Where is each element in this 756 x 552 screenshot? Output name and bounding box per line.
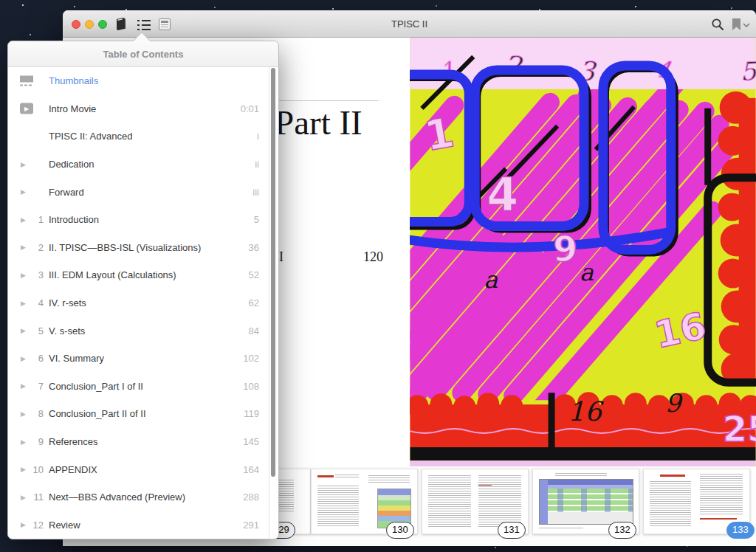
disclosure-triangle-icon[interactable]: ▶ — [21, 466, 26, 473]
toc-row[interactable]: Thumbnails — [8, 67, 278, 95]
page-badge[interactable]: 130 — [386, 522, 414, 539]
disclosure-triangle-icon[interactable]: ▶ — [21, 382, 26, 390]
toc-item-label: II. TPISC—BBS-ISL (Visualizations) — [49, 242, 201, 253]
toc-row[interactable]: ▶ 7 Conclusion_Part I of II 108 — [8, 373, 278, 401]
toc-item-label: Conclusion_Part I of II — [49, 381, 143, 392]
toc-row[interactable]: ▶ 2 II. TPISC—BBS-ISL (Visualizations) 3… — [8, 234, 278, 262]
toc-chapter-number: 7 — [29, 381, 44, 392]
toc-chapter-number: 11 — [29, 491, 44, 503]
disclosure-triangle-icon[interactable]: ▶ — [21, 272, 26, 279]
disclosure-triangle-icon[interactable]: ▶ — [21, 244, 26, 251]
play-movie-icon — [20, 103, 33, 114]
page-badge[interactable]: 131 — [498, 522, 526, 539]
book-page-right[interactable]: 1 2 3 4 5 — [410, 38, 756, 466]
toc-row[interactable]: ▶ 6 VI. Summary 102 — [8, 345, 278, 373]
disclosure-triangle-icon[interactable]: ▶ — [21, 327, 26, 334]
toc-row[interactable]: ▶ 12 Review 291 — [8, 511, 278, 539]
chevron-down-icon[interactable] — [742, 19, 751, 28]
toc-row[interactable]: ▶ Dedication ii — [8, 151, 278, 179]
toc-item-page: 291 — [243, 520, 259, 531]
toc-item-page: 36 — [249, 242, 259, 253]
toc-chapter-number: 3 — [29, 269, 44, 280]
toc-item-page: 145 — [243, 436, 259, 447]
art-label-16: 16 — [568, 396, 604, 427]
toc-row[interactable]: ▶ 10 APPENDIX 164 — [8, 455, 278, 483]
toc-item-label: V. s-sets — [49, 325, 85, 337]
disclosure-triangle-icon[interactable]: ▶ — [21, 494, 26, 501]
toc-chapter-number: 6 — [29, 353, 44, 364]
toc-row[interactable]: Intro Movie 0:01 — [8, 95, 278, 123]
toc-item-label: APPENDIX — [49, 464, 97, 475]
art-square-number-9: 9 — [553, 229, 577, 269]
toc-item-page: 62 — [249, 297, 259, 308]
toolbar: TPISC II — [63, 10, 756, 38]
toc-row[interactable]: ▶ 9 References 145 — [8, 428, 278, 456]
toc-row[interactable]: ▶ Forward iii — [8, 178, 278, 206]
art-square-number-4: 4 — [487, 168, 518, 221]
art-square-number-25: 25 — [723, 409, 756, 449]
toc-row[interactable]: ▶ 4 IV. r-sets 62 — [8, 289, 278, 317]
disclosure-triangle-icon[interactable]: ▶ — [21, 521, 26, 528]
search-icon[interactable] — [709, 16, 726, 32]
table-of-contents-popover: Table of Contents Thumbnails Intro Movie… — [7, 41, 279, 539]
toc-item-label: Forward — [49, 187, 84, 198]
page-footer: II 120 — [275, 249, 382, 265]
toc-item-label: III. EDM Layout (Calculations) — [49, 269, 176, 280]
page-badge[interactable]: 132 — [608, 522, 636, 539]
toc-item-page: 84 — [249, 325, 259, 337]
toc-item-label: IV. r-sets — [49, 297, 86, 308]
scrollbar-thumb[interactable] — [271, 68, 275, 477]
page-heading: Part II — [275, 103, 362, 142]
toc-item-label: TPISC II: Advanced — [49, 131, 132, 142]
thumbnail-big-table — [539, 479, 633, 525]
toc-row[interactable]: ▶ 1 Introduction 5 — [8, 206, 278, 234]
toc-chapter-number: 10 — [29, 464, 44, 475]
toc-list: Thumbnails Intro Movie 0:01 TPISC II: Ad… — [8, 67, 278, 538]
toc-chapter-number: 5 — [29, 325, 44, 337]
toc-item-page: 288 — [243, 491, 259, 503]
window-title: TPISC II — [63, 10, 756, 38]
disclosure-triangle-icon[interactable]: ▶ — [21, 161, 26, 168]
toc-chapter-number: 9 — [29, 436, 44, 447]
art-label-a2: a — [580, 258, 594, 286]
toc-item-page: 5 — [254, 214, 259, 225]
disclosure-triangle-icon[interactable]: ▶ — [21, 216, 26, 224]
toc-item-page: i — [257, 131, 259, 142]
toc-item-label: Review — [49, 520, 80, 531]
art-top-number-5: 5 — [739, 56, 756, 87]
toc-chapter-number: 1 — [29, 214, 44, 225]
toc-item-page: iii — [252, 187, 259, 198]
art-label-a1: a — [484, 266, 498, 294]
toc-chapter-number: 2 — [29, 242, 44, 253]
toc-chapter-number: 4 — [29, 297, 44, 308]
book-page-illustration: 1 2 3 4 5 — [410, 38, 756, 466]
toc-row[interactable]: ▶ 8 Conclusion_Part II of II 119 — [8, 400, 278, 428]
toc-row[interactable]: TPISC II: Advanced i — [8, 123, 278, 151]
toc-item-page: 0:01 — [241, 103, 259, 114]
popover-title: Table of Contents — [8, 41, 278, 67]
toc-chapter-number: 8 — [29, 408, 44, 419]
toc-item-page: 102 — [243, 353, 259, 364]
toc-item-page: 52 — [249, 269, 259, 280]
toc-item-page: 164 — [243, 464, 259, 475]
disclosure-triangle-icon[interactable]: ▶ — [21, 410, 26, 418]
toc-item-label: Introduction — [49, 214, 99, 225]
disclosure-triangle-icon[interactable]: ▶ — [21, 300, 26, 307]
art-label-9: 9 — [665, 388, 684, 418]
page-number: 120 — [363, 249, 383, 265]
toc-item-page: 119 — [244, 408, 259, 419]
page-badge-selected[interactable]: 133 — [726, 522, 755, 539]
thumbnails-grid-icon — [20, 75, 33, 86]
disclosure-triangle-icon[interactable]: ▶ — [21, 355, 26, 362]
toc-row[interactable]: ▶ 3 III. EDM Layout (Calculations) 52 — [8, 261, 278, 289]
toc-item-label: VI. Summary — [49, 353, 104, 364]
toc-item-label: References — [49, 436, 97, 447]
toc-item-label: Thumbnails — [49, 75, 98, 86]
toc-row[interactable]: ▶ 5 V. s-sets 84 — [8, 317, 278, 345]
toc-item-page: 108 — [243, 381, 259, 392]
toc-item-label: Dedication — [49, 159, 94, 170]
disclosure-triangle-icon[interactable]: ▶ — [21, 188, 26, 196]
toc-item-page: ii — [255, 159, 259, 170]
disclosure-triangle-icon[interactable]: ▶ — [21, 438, 26, 446]
toc-row[interactable]: ▶ 11 Next—BBS Advanced (Preview) 288 — [8, 483, 278, 511]
